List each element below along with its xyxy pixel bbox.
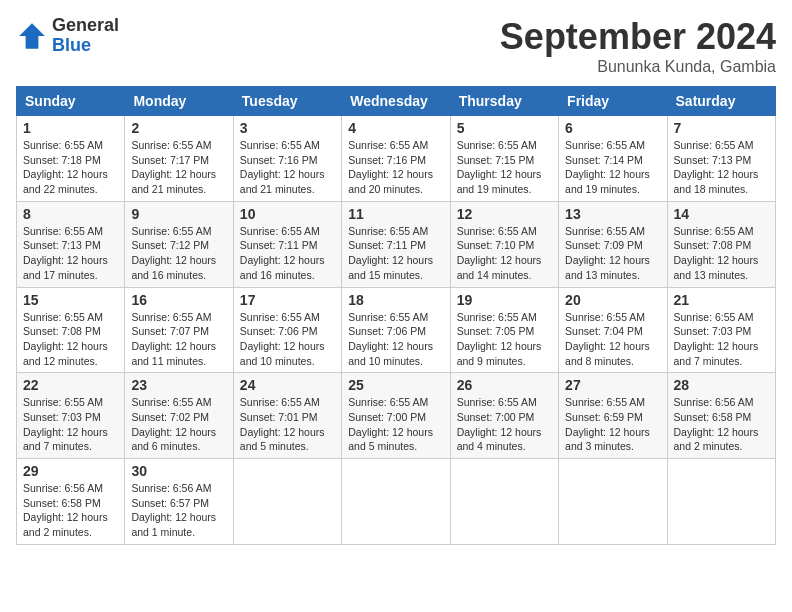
calendar-week-row: 15 Sunrise: 6:55 AM Sunset: 7:08 PM Dayl… <box>17 287 776 373</box>
day-number: 22 <box>23 377 118 393</box>
day-info: Sunrise: 6:55 AM Sunset: 7:14 PM Dayligh… <box>565 138 660 197</box>
day-info: Sunrise: 6:55 AM Sunset: 7:07 PM Dayligh… <box>131 310 226 369</box>
logo: General Blue <box>16 16 119 56</box>
page-header: General Blue September 2024 Bununka Kund… <box>16 16 776 76</box>
header-tuesday: Tuesday <box>233 87 341 116</box>
calendar-cell <box>233 459 341 545</box>
header-thursday: Thursday <box>450 87 558 116</box>
calendar-cell <box>559 459 667 545</box>
day-number: 25 <box>348 377 443 393</box>
day-number: 4 <box>348 120 443 136</box>
calendar-cell: 21 Sunrise: 6:55 AM Sunset: 7:03 PM Dayl… <box>667 287 775 373</box>
location-subtitle: Bununka Kunda, Gambia <box>500 58 776 76</box>
day-info: Sunrise: 6:55 AM Sunset: 7:03 PM Dayligh… <box>674 310 769 369</box>
day-number: 18 <box>348 292 443 308</box>
day-info: Sunrise: 6:55 AM Sunset: 7:17 PM Dayligh… <box>131 138 226 197</box>
day-info: Sunrise: 6:55 AM Sunset: 7:05 PM Dayligh… <box>457 310 552 369</box>
calendar-cell: 14 Sunrise: 6:55 AM Sunset: 7:08 PM Dayl… <box>667 201 775 287</box>
calendar-cell: 9 Sunrise: 6:55 AM Sunset: 7:12 PM Dayli… <box>125 201 233 287</box>
day-number: 10 <box>240 206 335 222</box>
logo-icon <box>16 20 48 52</box>
day-number: 11 <box>348 206 443 222</box>
day-info: Sunrise: 6:55 AM Sunset: 7:08 PM Dayligh… <box>674 224 769 283</box>
day-number: 5 <box>457 120 552 136</box>
calendar-cell: 5 Sunrise: 6:55 AM Sunset: 7:15 PM Dayli… <box>450 116 558 202</box>
day-info: Sunrise: 6:55 AM Sunset: 7:13 PM Dayligh… <box>674 138 769 197</box>
day-number: 3 <box>240 120 335 136</box>
calendar-cell: 28 Sunrise: 6:56 AM Sunset: 6:58 PM Dayl… <box>667 373 775 459</box>
header-friday: Friday <box>559 87 667 116</box>
calendar-cell: 13 Sunrise: 6:55 AM Sunset: 7:09 PM Dayl… <box>559 201 667 287</box>
day-info: Sunrise: 6:55 AM Sunset: 7:11 PM Dayligh… <box>348 224 443 283</box>
calendar-cell <box>667 459 775 545</box>
calendar-cell: 2 Sunrise: 6:55 AM Sunset: 7:17 PM Dayli… <box>125 116 233 202</box>
header-monday: Monday <box>125 87 233 116</box>
calendar-table: SundayMondayTuesdayWednesdayThursdayFrid… <box>16 86 776 545</box>
header-saturday: Saturday <box>667 87 775 116</box>
day-number: 15 <box>23 292 118 308</box>
calendar-cell: 20 Sunrise: 6:55 AM Sunset: 7:04 PM Dayl… <box>559 287 667 373</box>
calendar-cell: 4 Sunrise: 6:55 AM Sunset: 7:16 PM Dayli… <box>342 116 450 202</box>
logo-general: General <box>52 16 119 36</box>
calendar-cell: 12 Sunrise: 6:55 AM Sunset: 7:10 PM Dayl… <box>450 201 558 287</box>
day-info: Sunrise: 6:55 AM Sunset: 7:12 PM Dayligh… <box>131 224 226 283</box>
day-info: Sunrise: 6:56 AM Sunset: 6:58 PM Dayligh… <box>674 395 769 454</box>
calendar-cell: 23 Sunrise: 6:55 AM Sunset: 7:02 PM Dayl… <box>125 373 233 459</box>
calendar-cell: 30 Sunrise: 6:56 AM Sunset: 6:57 PM Dayl… <box>125 459 233 545</box>
day-info: Sunrise: 6:56 AM Sunset: 6:58 PM Dayligh… <box>23 481 118 540</box>
header-sunday: Sunday <box>17 87 125 116</box>
day-number: 13 <box>565 206 660 222</box>
calendar-cell: 7 Sunrise: 6:55 AM Sunset: 7:13 PM Dayli… <box>667 116 775 202</box>
day-number: 9 <box>131 206 226 222</box>
title-section: September 2024 Bununka Kunda, Gambia <box>500 16 776 76</box>
day-info: Sunrise: 6:55 AM Sunset: 7:03 PM Dayligh… <box>23 395 118 454</box>
day-number: 20 <box>565 292 660 308</box>
day-number: 27 <box>565 377 660 393</box>
day-number: 1 <box>23 120 118 136</box>
day-info: Sunrise: 6:55 AM Sunset: 7:06 PM Dayligh… <box>240 310 335 369</box>
calendar-cell: 17 Sunrise: 6:55 AM Sunset: 7:06 PM Dayl… <box>233 287 341 373</box>
day-info: Sunrise: 6:55 AM Sunset: 7:18 PM Dayligh… <box>23 138 118 197</box>
day-number: 2 <box>131 120 226 136</box>
day-info: Sunrise: 6:55 AM Sunset: 7:15 PM Dayligh… <box>457 138 552 197</box>
calendar-cell: 11 Sunrise: 6:55 AM Sunset: 7:11 PM Dayl… <box>342 201 450 287</box>
day-number: 17 <box>240 292 335 308</box>
header-wednesday: Wednesday <box>342 87 450 116</box>
day-number: 23 <box>131 377 226 393</box>
day-info: Sunrise: 6:55 AM Sunset: 7:09 PM Dayligh… <box>565 224 660 283</box>
day-info: Sunrise: 6:55 AM Sunset: 7:11 PM Dayligh… <box>240 224 335 283</box>
logo-text: General Blue <box>52 16 119 56</box>
day-number: 30 <box>131 463 226 479</box>
calendar-week-row: 8 Sunrise: 6:55 AM Sunset: 7:13 PM Dayli… <box>17 201 776 287</box>
day-number: 19 <box>457 292 552 308</box>
day-info: Sunrise: 6:55 AM Sunset: 7:06 PM Dayligh… <box>348 310 443 369</box>
logo-blue: Blue <box>52 36 119 56</box>
calendar-cell: 1 Sunrise: 6:55 AM Sunset: 7:18 PM Dayli… <box>17 116 125 202</box>
calendar-cell <box>342 459 450 545</box>
calendar-cell: 16 Sunrise: 6:55 AM Sunset: 7:07 PM Dayl… <box>125 287 233 373</box>
day-number: 6 <box>565 120 660 136</box>
calendar-week-row: 29 Sunrise: 6:56 AM Sunset: 6:58 PM Dayl… <box>17 459 776 545</box>
calendar-cell <box>450 459 558 545</box>
day-info: Sunrise: 6:55 AM Sunset: 7:16 PM Dayligh… <box>240 138 335 197</box>
calendar-cell: 15 Sunrise: 6:55 AM Sunset: 7:08 PM Dayl… <box>17 287 125 373</box>
calendar-cell: 10 Sunrise: 6:55 AM Sunset: 7:11 PM Dayl… <box>233 201 341 287</box>
day-number: 8 <box>23 206 118 222</box>
calendar-week-row: 1 Sunrise: 6:55 AM Sunset: 7:18 PM Dayli… <box>17 116 776 202</box>
day-number: 7 <box>674 120 769 136</box>
day-number: 14 <box>674 206 769 222</box>
day-info: Sunrise: 6:55 AM Sunset: 7:00 PM Dayligh… <box>348 395 443 454</box>
month-title: September 2024 <box>500 16 776 58</box>
day-number: 21 <box>674 292 769 308</box>
day-number: 26 <box>457 377 552 393</box>
day-info: Sunrise: 6:55 AM Sunset: 7:01 PM Dayligh… <box>240 395 335 454</box>
calendar-cell: 25 Sunrise: 6:55 AM Sunset: 7:00 PM Dayl… <box>342 373 450 459</box>
day-info: Sunrise: 6:55 AM Sunset: 7:02 PM Dayligh… <box>131 395 226 454</box>
day-info: Sunrise: 6:55 AM Sunset: 7:10 PM Dayligh… <box>457 224 552 283</box>
calendar-cell: 26 Sunrise: 6:55 AM Sunset: 7:00 PM Dayl… <box>450 373 558 459</box>
calendar-cell: 27 Sunrise: 6:55 AM Sunset: 6:59 PM Dayl… <box>559 373 667 459</box>
calendar-cell: 8 Sunrise: 6:55 AM Sunset: 7:13 PM Dayli… <box>17 201 125 287</box>
day-number: 28 <box>674 377 769 393</box>
calendar-header-row: SundayMondayTuesdayWednesdayThursdayFrid… <box>17 87 776 116</box>
day-number: 29 <box>23 463 118 479</box>
